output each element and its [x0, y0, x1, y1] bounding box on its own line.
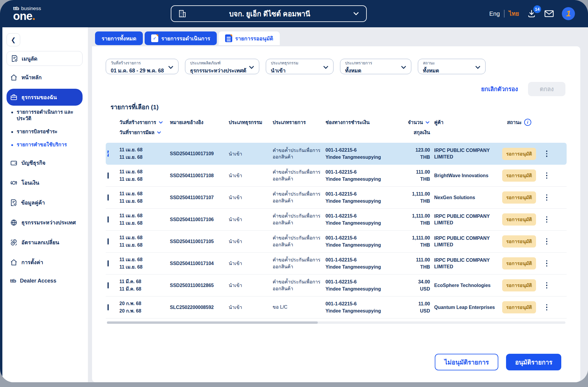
cell-channel-name: Yindee Tangmeesupying: [325, 220, 397, 227]
sidebar-item-settings[interactable]: การตั้งค่า: [7, 254, 83, 271]
row-menu-button[interactable]: [543, 260, 551, 267]
table-row[interactable]: 11 เม.ย. 68 11 เม.ย. 68 SSD2504110017109…: [106, 143, 567, 165]
cell-channel-name: Yindee Tangmeesupying: [325, 242, 397, 249]
apply-filters-button[interactable]: ตกลง: [528, 82, 565, 96]
row-menu-button[interactable]: [543, 172, 551, 179]
row-menu-button[interactable]: [543, 304, 551, 311]
header-date-created[interactable]: วันที่สร้างรายการ: [119, 118, 170, 126]
filter-label: วันที่สร้างรายการ: [111, 61, 141, 65]
row-checkbox[interactable]: [108, 194, 109, 201]
row-checkbox[interactable]: [108, 172, 109, 179]
cell-txn-type: นำเข้า: [229, 172, 273, 179]
tab-all-items[interactable]: รายการทั้งหมด: [95, 31, 143, 45]
table-row[interactable]: 11 เม.ย. 68 11 เม.ย. 68 SSD2504110017107…: [106, 187, 567, 209]
sidebar-item-dealer-access[interactable]: ttb Dealer Access: [7, 274, 83, 288]
brand-business: business: [21, 6, 41, 11]
document-icon: [225, 34, 232, 42]
selected-items-title: รายการที่เลือก (1): [110, 102, 567, 112]
cell-txn-type: นำเข้า: [229, 238, 273, 245]
bullet-icon: [11, 144, 13, 146]
sidebar-item-international[interactable]: ธุรกรรมระหว่างประเทศ: [7, 214, 83, 231]
clear-filters-link[interactable]: ยกเลิกตัวกรอง: [481, 84, 518, 94]
table-row[interactable]: 11 เม.ย. 68 11 เม.ย. 68 SSD2504110017108…: [106, 165, 567, 187]
company-selector[interactable]: บจก. ยูเอ็ก ดีไซต์ คอมพานี: [171, 5, 367, 22]
chevron-down-icon: [475, 64, 481, 71]
sidebar-subitem-pending-history[interactable]: รายการรอดำเนินการ และประวัติ: [7, 106, 83, 125]
tab-awaiting-approval[interactable]: รายการรออนุมัติ: [219, 31, 280, 45]
sidebar-item-partner-info[interactable]: ข้อมูลคู่ค้า: [7, 194, 83, 211]
mail-button[interactable]: [544, 9, 554, 18]
row-checkbox[interactable]: [108, 304, 109, 310]
left-frame-edge: [0, 27, 2, 382]
download-button[interactable]: 14: [527, 9, 536, 18]
filter-transaction-type[interactable]: ประเภทธุรกรรม นำเข้า: [266, 59, 333, 74]
row-checkbox[interactable]: [108, 238, 109, 245]
header-currency: สกุลเงิน: [397, 129, 430, 136]
cell-item-type: คำขอค้ำประกันเพื่อการออกสินค้า: [273, 279, 325, 292]
table-row[interactable]: 20 ก.พ. 68 20 ก.พ. 68 SLC2502200008592 น…: [106, 296, 567, 318]
row-menu-button[interactable]: [543, 194, 551, 201]
cell-date-created: 11 เม.ย. 68: [119, 256, 170, 264]
cell-channel-name: Yindee Tangmeesupying: [325, 286, 397, 293]
cell-txn-type: นำเข้า: [229, 194, 273, 201]
cell-date-effective: 11 เม.ย. 68: [119, 176, 170, 183]
cell-partner: NexGen Solutions: [434, 194, 495, 201]
approve-button[interactable]: อนุมัติรายการ: [506, 354, 561, 370]
cell-reference: SSD2504110017107: [170, 195, 229, 200]
status-badge: รอการอนุมัติ: [502, 169, 536, 182]
filter-product-type[interactable]: ประเภทผลิตภัณฑ์ ธุรกรรมระหว่างประเทศด้: [185, 59, 259, 74]
sidebar-item-home[interactable]: หน้าหลัก: [7, 69, 83, 86]
table-row[interactable]: 11 เม.ย. 68 11 เม.ย. 68 SSD2504110017106…: [106, 209, 567, 231]
scrollbar-thumb[interactable]: [107, 321, 318, 324]
horizontal-scrollbar[interactable]: [107, 321, 565, 324]
row-checkbox[interactable]: [108, 216, 109, 223]
sidebar-item-exchange-rate[interactable]: อัตราแลกเปลี่ยน: [7, 234, 83, 251]
tab-pending-items[interactable]: ✓ รายการรอดำเนินการ: [145, 31, 217, 45]
sidebar-subitem-label: รายการบิลรอชำระ: [17, 129, 58, 135]
table-row[interactable]: 11 เม.ย. 68 11 เม.ย. 68 SSD2504110017104…: [106, 253, 567, 275]
status-badge: รอการอนุมัติ: [502, 235, 536, 248]
filter-item-type[interactable]: ประเภทรายการ ทั้งหมด: [340, 59, 411, 74]
cell-date-effective: 20 ก.พ. 68: [119, 307, 170, 315]
cell-channel-account: 001-1-62215-6: [325, 256, 397, 264]
avatar[interactable]: 1: [562, 7, 575, 20]
reject-button[interactable]: ไม่อนุมัติรายการ: [435, 354, 498, 370]
cell-channel-name: Yindee Tangmeesupying: [325, 307, 397, 315]
table-row[interactable]: 11 เม.ย. 68 11 เม.ย. 68 SSD2504110017105…: [106, 231, 567, 253]
sidebar-item-business-account[interactable]: บัญชีธุรกิจ: [7, 154, 83, 171]
sort-chevron-icon: [425, 120, 430, 125]
row-checkbox[interactable]: [108, 282, 109, 288]
sidebar-collapse-button[interactable]: ❮: [7, 33, 20, 46]
filter-date-created[interactable]: วันที่สร้างรายการ 01 ม.ค. 68 - 29 พ.ค. 6…: [106, 59, 178, 74]
table-row[interactable]: 11 มี.ค. 68 11 มี.ค. 68 SSD2503110012865…: [106, 275, 567, 296]
home-icon: [10, 74, 18, 81]
row-menu-button[interactable]: [543, 150, 551, 157]
cell-amount: 1,111.00: [397, 191, 430, 198]
cell-date-created: 11 เม.ย. 68: [119, 146, 170, 154]
sidebar-item-shortcut-menu[interactable]: เมนูลัด: [7, 51, 83, 66]
row-menu-button[interactable]: [543, 216, 551, 223]
filter-value: ทั้งหมด: [423, 66, 473, 75]
header-channel: ช่องทางการชำระเงิน: [325, 118, 397, 126]
lang-eng[interactable]: Eng: [489, 10, 500, 17]
row-menu-button[interactable]: [543, 282, 551, 289]
filter-status[interactable]: สถานะ ทั้งหมด: [418, 59, 486, 74]
header-date-effective[interactable]: วันที่รายการมีผล: [119, 129, 170, 136]
lang-thai[interactable]: ไทย: [509, 9, 519, 18]
sidebar-item-my-transactions[interactable]: ธุรกรรมของฉัน: [7, 89, 83, 106]
row-checkbox[interactable]: [108, 260, 109, 267]
row-menu-button[interactable]: [543, 238, 551, 245]
sidebar-subitem-bills[interactable]: รายการบิลรอชำระ: [7, 125, 83, 138]
sidebar-subitem-service-requests[interactable]: รายการคำขอใช้บริการ: [7, 138, 83, 151]
sidebar-item-transfer[interactable]: โอนเงิน: [7, 174, 83, 191]
tab-label: รายการทั้งหมด: [102, 34, 136, 43]
globe-icon: [10, 219, 18, 226]
cell-date-created: 11 เม.ย. 68: [119, 190, 170, 198]
row-checkbox[interactable]: [108, 150, 109, 157]
status-info-icon[interactable]: i: [524, 119, 531, 126]
chevron-down-icon: [353, 10, 360, 17]
cell-txn-type: นำเข้า: [229, 304, 273, 311]
cell-partner: IRPC PUBLIC COMPANY LIMITED: [434, 213, 495, 226]
cell-partner: EcoSphere Technologies: [434, 282, 495, 289]
header-amount[interactable]: จำนวน: [397, 118, 430, 126]
